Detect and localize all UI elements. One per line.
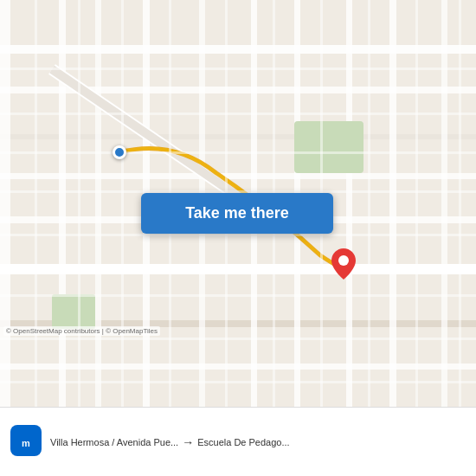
svg-rect-22 [52, 294, 95, 329]
footer-origin-label: Villa Hermosa / Avenida Pue... [50, 437, 178, 447]
svg-rect-6 [0, 264, 476, 274]
footer-arrow-icon: → [182, 435, 194, 449]
svg-rect-25 [0, 151, 476, 154]
svg-rect-28 [0, 294, 476, 297]
svg-rect-9 [0, 0, 10, 407]
origin-marker [113, 145, 126, 159]
map-attribution: © OpenStreetMap contributors | © OpenMap… [3, 326, 160, 336]
svg-rect-40 [459, 0, 461, 407]
svg-rect-4 [0, 173, 476, 179]
footer-dest-label: Escuela De Pedago... [197, 437, 289, 447]
svg-rect-30 [0, 381, 476, 383]
svg-rect-23 [0, 68, 476, 70]
map-container: Avenida Reforma Avenida Cristóbal Colón … [0, 0, 476, 407]
svg-rect-29 [0, 338, 476, 340]
svg-rect-10 [59, 0, 66, 407]
svg-rect-11 [95, 0, 101, 407]
svg-rect-21 [294, 121, 363, 173]
svg-text:m: m [22, 438, 30, 448]
svg-rect-16 [346, 0, 352, 407]
moovit-logo: m [10, 425, 42, 460]
svg-rect-24 [0, 113, 476, 115]
svg-rect-38 [368, 0, 370, 407]
svg-rect-39 [415, 0, 418, 407]
svg-rect-17 [389, 0, 396, 407]
take-me-there-button[interactable]: Take me there [141, 193, 333, 234]
svg-rect-32 [78, 0, 80, 407]
svg-rect-3 [0, 134, 476, 139]
destination-marker [331, 248, 356, 283]
svg-rect-33 [121, 0, 124, 407]
svg-rect-8 [0, 363, 476, 370]
take-me-there-label: Take me there [185, 204, 289, 222]
svg-rect-27 [0, 234, 476, 236]
footer-bar: m Villa Hermosa / Avenida Pue... → Escue… [0, 407, 476, 476]
svg-rect-1 [0, 45, 476, 54]
svg-rect-18 [441, 0, 447, 407]
footer-route: Villa Hermosa / Avenida Pue... → Escuela… [50, 435, 466, 449]
svg-point-41 [338, 255, 349, 266]
svg-rect-31 [35, 0, 37, 407]
